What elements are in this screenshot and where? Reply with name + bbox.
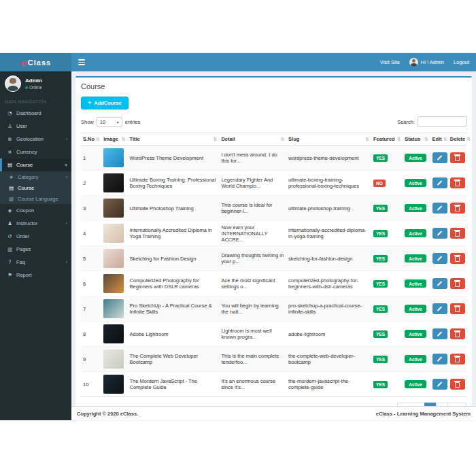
- cell-sno: 9: [81, 347, 101, 372]
- sort-icon: ⇅: [122, 137, 126, 142]
- delete-button[interactable]: [450, 303, 465, 314]
- course-thumbnail: [103, 375, 124, 394]
- cell-slug: wordpress-theme-development: [286, 146, 371, 171]
- cell-sno: 2: [81, 171, 101, 196]
- page-size-select[interactable]: 10 ▾: [97, 117, 122, 127]
- cell-title: The Complete Web Developer Bootcamp: [127, 347, 219, 372]
- cell-sno: 6: [81, 271, 101, 296]
- featured-badge: YES: [373, 230, 388, 237]
- edit-button[interactable]: [432, 379, 447, 390]
- status-button[interactable]: Active: [405, 305, 426, 313]
- sidebar-item-coupon[interactable]: ◈ Coupon: [0, 204, 71, 217]
- add-course-button[interactable]: + AddCourse: [81, 97, 129, 109]
- header-slug[interactable]: Slug⇅: [286, 133, 371, 146]
- logo-icon: e: [20, 58, 27, 67]
- featured-badge: YES: [373, 381, 388, 388]
- header-edit[interactable]: Edit⇅: [430, 133, 448, 146]
- sidebar-item-category[interactable]: ★ Category ‹: [0, 171, 71, 182]
- edit-button[interactable]: [432, 354, 447, 364]
- edit-button[interactable]: [432, 203, 447, 214]
- header-detail[interactable]: Detail⇅: [219, 133, 286, 146]
- right-column: Course + AddCourse Show 10 ▾: [71, 71, 476, 420]
- header-image[interactable]: Image⇅: [101, 133, 127, 146]
- sidebar-item-user[interactable]: ♙ User: [0, 120, 71, 133]
- status-button[interactable]: Active: [405, 229, 426, 237]
- header-sno[interactable]: S.No⇅: [81, 133, 101, 146]
- show-label: Show: [81, 119, 94, 125]
- cell-slug: sketching-for-fashion-design: [286, 246, 371, 271]
- hamburger-menu-icon[interactable]: [71, 53, 92, 71]
- footer-right-text: eClass - Learning Management System: [376, 411, 471, 417]
- sidebar-item-course-sub[interactable]: ▤ Course: [0, 182, 71, 193]
- edit-button[interactable]: [432, 253, 447, 264]
- cell-edit: [430, 221, 448, 246]
- status-button[interactable]: Active: [405, 355, 426, 363]
- search-label: Search:: [397, 119, 415, 125]
- status-button[interactable]: Active: [405, 179, 426, 187]
- sidebar-item-faq[interactable]: ? Faq ‹: [0, 256, 71, 269]
- header-delete[interactable]: Delete⇅: [448, 133, 466, 146]
- cell-edit: [430, 271, 448, 296]
- cell-edit: [430, 347, 448, 372]
- header-title[interactable]: Title⇅: [127, 133, 219, 146]
- edit-button[interactable]: [432, 303, 447, 314]
- edit-button[interactable]: [432, 228, 447, 239]
- sidebar-item-instructor[interactable]: ♟ Instructor ‹: [0, 217, 71, 230]
- user-menu[interactable]: Hi ! Admin: [409, 58, 444, 67]
- sort-icon: ⇅: [280, 137, 284, 142]
- sidebar-item-pages[interactable]: ▥ Pages: [0, 243, 71, 256]
- delete-button[interactable]: [450, 253, 465, 264]
- cell-status: Active: [403, 246, 430, 271]
- delete-button[interactable]: [450, 152, 465, 163]
- sidebar-item-currency[interactable]: ¤ Currency: [0, 146, 71, 158]
- edit-button[interactable]: [432, 152, 447, 163]
- table-row: 8 Adobe Lightroom Lightroom is most well…: [81, 322, 466, 347]
- cell-sno: 5: [81, 246, 101, 271]
- sort-icon: ⇅: [96, 137, 100, 142]
- trash-icon: [455, 156, 460, 161]
- sidebar-item-dashboard[interactable]: ◔ Dashboard: [0, 107, 71, 120]
- status-button[interactable]: Active: [405, 380, 426, 388]
- logo[interactable]: e Class: [0, 53, 71, 71]
- header-featured[interactable]: Featured⇅: [371, 133, 403, 146]
- sidebar-item-geolocation[interactable]: ⊕ Geolocation ‹: [0, 133, 71, 146]
- status-button[interactable]: Active: [405, 279, 426, 288]
- sidebar-item-course[interactable]: ▤ Course ▾: [0, 158, 71, 171]
- status-button[interactable]: Active: [405, 154, 426, 162]
- cell-image: [101, 296, 127, 322]
- delete-button[interactable]: [450, 379, 465, 390]
- delete-button[interactable]: [450, 203, 465, 214]
- logo-text: Class: [28, 58, 51, 67]
- question-icon: ?: [7, 259, 13, 265]
- status-button[interactable]: Active: [405, 204, 426, 212]
- logout-link[interactable]: Logout: [454, 59, 469, 65]
- status-button[interactable]: Active: [405, 254, 426, 262]
- visit-site-link[interactable]: Visit Site: [380, 59, 400, 65]
- cell-title: Ultimate Photoshop Training: [127, 196, 219, 221]
- status-button[interactable]: Active: [405, 330, 426, 338]
- cell-featured: YES: [371, 372, 403, 397]
- delete-button[interactable]: [450, 228, 465, 239]
- edit-button[interactable]: [432, 278, 447, 289]
- delete-button[interactable]: [450, 177, 465, 188]
- edit-button[interactable]: [432, 177, 447, 188]
- sidebar-item-order[interactable]: ↺ Order: [0, 230, 71, 243]
- delete-button[interactable]: [450, 278, 465, 289]
- sort-icon: ⇅: [214, 137, 218, 142]
- sidebar-item-report[interactable]: ⚑ Report: [0, 269, 71, 282]
- cell-edit: [430, 246, 448, 271]
- course-thumbnail: [103, 274, 124, 293]
- edit-button[interactable]: [432, 328, 447, 339]
- sort-icon: ⇅: [466, 137, 471, 142]
- cell-slug: ultimate-boxing-training-professional-bo…: [286, 171, 371, 196]
- sidebar-item-course-language[interactable]: ▧ Course Language: [0, 193, 71, 204]
- search-input[interactable]: [418, 116, 466, 127]
- page-footer: Copyright © 2020 eClass. eClass - Learni…: [71, 406, 476, 420]
- flag-icon: ⚑: [7, 272, 13, 278]
- header-status[interactable]: Status⇅: [403, 133, 430, 146]
- chevron-left-icon: ‹: [66, 137, 67, 141]
- trash-icon: [455, 181, 460, 186]
- delete-button[interactable]: [450, 354, 465, 364]
- delete-button[interactable]: [450, 328, 465, 339]
- table-row: 5 Sketching for Fashion Design Drawing t…: [81, 246, 466, 271]
